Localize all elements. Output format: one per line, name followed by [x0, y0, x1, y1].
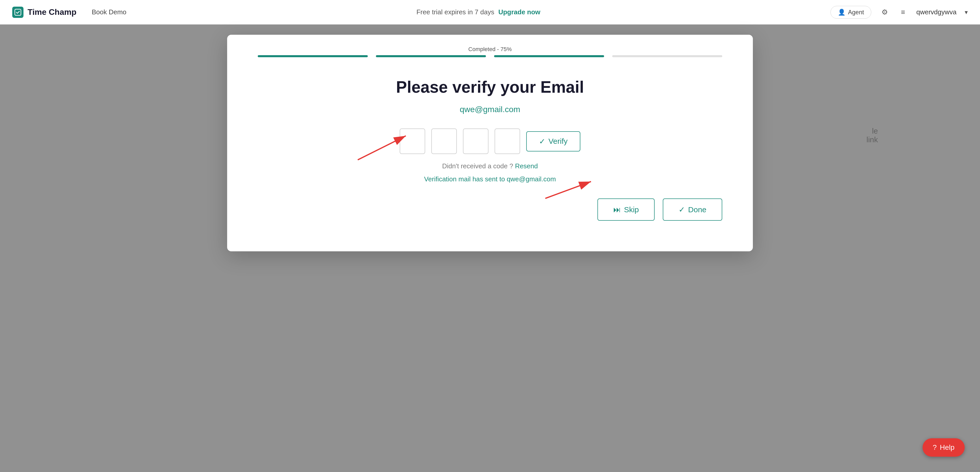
- bottom-buttons: ⏭ Skip ✓ Done: [258, 198, 722, 221]
- resend-row: Didn't received a code ? Resend: [258, 162, 722, 170]
- logo-area: Time Champ: [12, 6, 76, 18]
- verify-check-icon: ✓: [539, 137, 546, 146]
- help-icon: ?: [933, 443, 937, 451]
- navbar-center: Free trial expires in 7 days Upgrade now: [126, 8, 830, 16]
- verification-message: Verification mail has sent to qwe@gmail.…: [258, 175, 722, 183]
- verify-label: Verify: [549, 137, 568, 145]
- modal-overlay: Completed - 75% Please verify your Email…: [0, 24, 980, 472]
- skip-label: Skip: [624, 205, 639, 214]
- notifications-icon[interactable]: ≡: [898, 7, 908, 18]
- svg-line-3: [546, 182, 591, 198]
- done-check-icon: ✓: [679, 205, 685, 214]
- agent-label: Agent: [848, 9, 864, 16]
- navbar-right: 👤 Agent ⚙ ≡ qwervdgywva ▾: [830, 6, 968, 19]
- progress-label: Completed - 75%: [468, 46, 512, 53]
- done-label: Done: [688, 205, 706, 214]
- logo-icon: [12, 6, 24, 18]
- modal-email: qwe@gmail.com: [258, 105, 722, 114]
- book-demo-link[interactable]: Book Demo: [92, 8, 126, 16]
- agent-icon: 👤: [838, 9, 845, 16]
- skip-button[interactable]: ⏭ Skip: [597, 198, 655, 221]
- agent-button[interactable]: 👤 Agent: [830, 6, 872, 19]
- progress-bar: Completed - 75%: [258, 55, 722, 57]
- upgrade-link[interactable]: Upgrade now: [498, 8, 541, 16]
- help-button[interactable]: ? Help: [923, 438, 965, 457]
- settings-icon[interactable]: ⚙: [880, 7, 890, 18]
- otp-section: ✓ Verify: [258, 129, 722, 154]
- user-dropdown-icon[interactable]: ▾: [965, 9, 968, 16]
- help-label: Help: [940, 443, 955, 451]
- progress-segment-2: [376, 55, 486, 57]
- logo-text: Time Champ: [27, 7, 76, 17]
- progress-segment-3: [494, 55, 604, 57]
- progress-segment-4: [612, 55, 722, 57]
- resend-text: Didn't received a code ?: [442, 162, 513, 170]
- modal-title: Please verify your Email: [258, 78, 722, 97]
- user-name[interactable]: qwervdgywva: [916, 8, 956, 16]
- otp-input-1[interactable]: [400, 129, 425, 154]
- svg-rect-0: [15, 9, 21, 15]
- verify-email-modal: Completed - 75% Please verify your Email…: [227, 35, 753, 251]
- progress-segment-1: [258, 55, 368, 57]
- otp-input-4[interactable]: [495, 129, 520, 154]
- resend-link[interactable]: Resend: [515, 162, 538, 170]
- done-button[interactable]: ✓ Done: [663, 198, 722, 221]
- trial-text: Free trial expires in 7 days: [417, 8, 494, 16]
- otp-input-3[interactable]: [463, 129, 488, 154]
- navbar: Time Champ Book Demo Free trial expires …: [0, 0, 980, 24]
- otp-input-2[interactable]: [431, 129, 457, 154]
- skip-icon: ⏭: [613, 205, 621, 214]
- verify-button[interactable]: ✓ Verify: [526, 131, 580, 151]
